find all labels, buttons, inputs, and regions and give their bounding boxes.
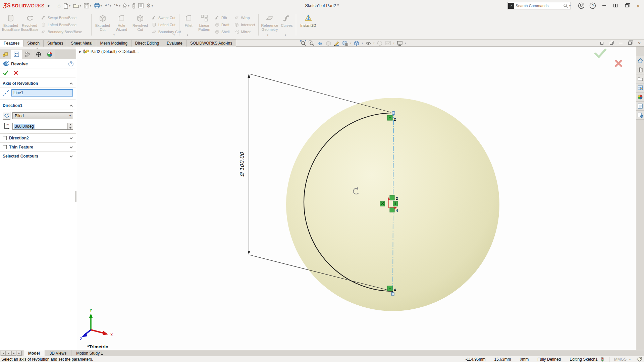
tab-sheet-metal[interactable]: Sheet Metal [67,40,96,47]
tab-features[interactable]: Features [0,40,23,47]
thin-feature-section-header[interactable]: Thin Feature [0,142,76,152]
angle-spinner[interactable] [67,123,73,129]
tag-icon[interactable] [637,357,642,362]
redo-button[interactable]: ↷▾ [113,1,121,10]
save-button[interactable]: ▾ [83,1,92,10]
tab-evaluate[interactable]: Evaluate [163,40,186,47]
file-properties-button[interactable] [137,1,145,10]
doc-close-button[interactable]: × [637,41,642,46]
fillet-button[interactable]: Fillet [181,12,196,27]
thin-feature-checkbox[interactable] [3,145,7,149]
graphics-area[interactable]: ▶ Part2 (Default) <<Default... [76,47,636,350]
dropdown-icon[interactable]: ▾ [128,4,129,7]
split-pane-right-button[interactable] [608,41,614,46]
tab-solidworks-add-ins[interactable]: SOLIDWORKS Add-Ins [186,40,236,47]
breadcrumb[interactable]: ▶ Part2 (Default) <<Default... [79,49,139,54]
intersect-button[interactable]: Intersect [234,21,255,28]
view-orientation-button[interactable] [354,40,360,46]
search-commands-box[interactable]: > ▾ [507,2,571,9]
revolved-boss-base-button[interactable]: RevolvedBoss/Base [20,12,39,32]
angle-input[interactable]: 360.00deg [12,123,73,130]
sketch-endpoint-top[interactable] [392,112,395,114]
rebuild-button[interactable] [131,1,137,10]
tab-display-manager[interactable] [44,50,55,59]
zoom-to-fit-button[interactable] [300,40,306,46]
tile-windows-button[interactable] [610,1,621,11]
options-button[interactable]: ⚙▾ [145,1,154,10]
extruded-boss-base-button[interactable]: ExtrudedBoss/Base [1,12,20,32]
axis-of-revolution-input[interactable] [11,89,73,97]
lofted-cut-button[interactable]: Lofted Cut [152,21,181,28]
shell-button[interactable]: Shell [215,28,229,35]
boundary-boss-base-button[interactable]: Boundary Boss/Base [41,28,82,35]
dropdown-icon[interactable]: ▾ [350,42,352,45]
tab-property-manager[interactable] [11,50,22,59]
flyout-dropdown-icon[interactable]: ▾ [267,34,268,37]
confirm-ok-button[interactable] [594,49,606,58]
dropdown-icon[interactable]: ▾ [80,4,81,7]
boundary-cut-button[interactable]: Boundary Cut [152,28,181,35]
flyout-dropdown-icon[interactable]: ▾ [285,34,286,37]
help-button[interactable]: ? [587,1,598,11]
split-pane-left-button[interactable] [599,41,604,46]
search-icon[interactable] [563,3,568,8]
appearances-button[interactable] [377,40,383,46]
previous-view-button[interactable] [317,40,323,46]
dropdown-icon[interactable]: ▾ [152,4,153,7]
reference-geometry-button[interactable]: ReferenceGeometry [260,12,279,32]
direction1-section-header[interactable]: Direction1 [0,102,76,110]
instant3d-button[interactable]: Instant3D [298,12,319,27]
hole-wizard-button[interactable]: HoleWizard [112,12,131,32]
search-scope-icon[interactable]: > [508,3,514,9]
select-button[interactable]: ▾ [122,1,130,10]
spinner-up-icon[interactable] [68,123,73,126]
mirror-button[interactable]: Mirror [234,28,255,35]
tab-sketch[interactable]: Sketch [23,40,44,47]
help-button[interactable]: ? [68,61,73,66]
previous-tab-button[interactable]: ◂ [6,351,11,356]
flyout-dropdown-icon[interactable]: ▾ [113,34,115,37]
dropdown-icon[interactable]: ▾ [393,42,395,45]
edit-appearance-button[interactable] [342,40,348,46]
curves-button[interactable]: Curves [279,12,294,27]
task-pane-view-palette[interactable] [636,102,644,111]
tab-surfaces[interactable]: Surfaces [44,40,67,47]
tab-mesh-modeling[interactable]: Mesh Modeling [96,40,131,47]
panel-collapse-grip[interactable] [0,47,76,50]
draft-button[interactable]: Draft [215,21,229,28]
flyout-dropdown-icon[interactable]: ▾ [173,34,175,37]
spinner-down-icon[interactable] [68,126,73,129]
print-button[interactable]: ▾ [93,1,103,10]
close-button[interactable]: × [633,1,644,11]
tab-model[interactable]: Model [23,350,45,356]
revolved-cut-button[interactable]: RevolvedCut [131,12,150,32]
restore-button[interactable] [621,1,633,11]
tab-feature-manager[interactable] [0,50,11,59]
search-input[interactable] [516,4,563,8]
dropdown-icon[interactable]: ▾ [101,4,102,7]
dropdown-icon[interactable]: ▾ [373,42,375,45]
doc-minimize-button[interactable] [618,41,623,46]
swept-cut-button[interactable]: Swept Cut [152,14,181,21]
section-view-button[interactable] [325,40,331,46]
tab-3d-views[interactable]: 3D Views [45,350,71,356]
tab-direct-editing[interactable]: Direct Editing [131,40,163,47]
reverse-direction-button[interactable] [3,112,10,120]
dropdown-icon[interactable]: ▾ [405,42,406,45]
search-dropdown-icon[interactable]: ▾ [569,4,571,7]
wrap-button[interactable]: Wrap [234,14,255,21]
breadcrumb-expand-icon[interactable]: ▶ [79,50,82,53]
flyout-dropdown-icon[interactable]: ▾ [187,34,188,37]
open-document-button[interactable]: ▾ [72,1,82,10]
dropdown-icon[interactable]: ▾ [90,4,91,7]
lofted-boss-base-button[interactable]: Lofted Boss/Base [41,21,82,28]
unit-system[interactable]: MMGS [614,357,627,362]
extruded-cut-button[interactable]: ExtrudedCut [93,12,112,32]
first-tab-button[interactable]: ◂ [1,351,6,356]
sketch-endpoint-bottom[interactable] [391,293,394,295]
dropdown-icon[interactable]: ▾ [119,4,120,7]
diameter-dimension-label[interactable]: Ø 100.00 [239,152,245,177]
menu-expand-icon[interactable]: ▶ [48,4,50,7]
dropdown-icon[interactable]: ▾ [362,42,363,45]
hide-show-items-button[interactable] [365,40,371,46]
